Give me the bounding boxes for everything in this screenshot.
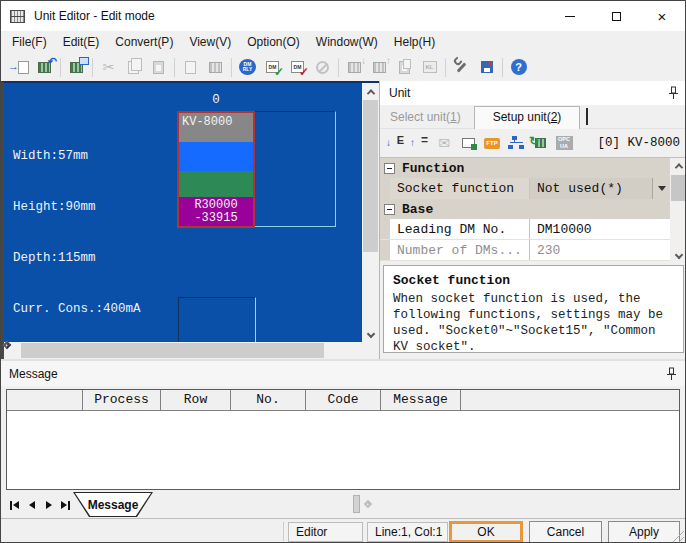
network-setting-button[interactable] [504, 132, 528, 154]
menu-edit[interactable]: Edit(E) [55, 31, 108, 53]
collapse-minus-icon[interactable] [384, 163, 395, 174]
column-message[interactable]: Message [381, 390, 461, 410]
copy-kl-button[interactable] [392, 56, 417, 78]
property-value[interactable]: DM10000 [530, 219, 670, 239]
scroll-up-button[interactable] [670, 158, 686, 173]
alphabetical-view-button[interactable]: ↑ = [408, 132, 432, 154]
edit-comment-button[interactable] [178, 56, 203, 78]
pin-icon[interactable] [666, 367, 677, 381]
import-unit-setting-button[interactable]: → [7, 56, 32, 78]
property-description-box: Socket function When socket function is … [383, 265, 684, 353]
section-function[interactable]: Function [380, 158, 670, 178]
column-no[interactable]: No. [231, 390, 306, 410]
menu-bar: File(F) Edit(E) Convert(P) View(V) Optio… [1, 31, 685, 53]
kl-setting-button[interactable]: KL [417, 56, 442, 78]
column-row[interactable]: Row [161, 390, 231, 410]
menu-view[interactable]: View(V) [181, 31, 239, 53]
tabstrip-scroll-thumb[interactable] [353, 495, 360, 513]
minimize-button[interactable] [547, 1, 593, 31]
display-monitor-button[interactable] [456, 132, 480, 154]
paste-button[interactable] [146, 56, 171, 78]
canvas-horizontal-scrollbar[interactable] [4, 342, 362, 359]
property-row-number-of-dms[interactable]: Number of DMs... 230 [380, 240, 670, 261]
menu-file[interactable]: File(F) [4, 31, 55, 53]
dropdown-button[interactable] [652, 178, 670, 199]
unit-setup-button[interactable] [203, 56, 228, 78]
cancel-button[interactable]: Cancel [529, 521, 602, 543]
maximize-button[interactable] [593, 1, 639, 31]
red-check-icon: ✓ [299, 66, 309, 78]
undo-unit-button[interactable]: ↶ [32, 56, 57, 78]
option-button[interactable] [449, 56, 474, 78]
edit-doc-icon [185, 61, 196, 74]
app-icon [10, 10, 25, 23]
unit-canvas[interactable]: Width:57mm Height:90mm Depth:115mm Curr.… [4, 83, 362, 342]
column-process[interactable]: Process [83, 390, 161, 410]
message-table-body[interactable] [7, 411, 679, 489]
property-row-socket-function[interactable]: Socket function Not used(*) [380, 178, 670, 199]
section-base[interactable]: Base [380, 199, 670, 219]
close-button[interactable]: × [639, 1, 685, 31]
horizontal-scroll-thumb[interactable] [21, 343, 324, 358]
dm-rly-check-button[interactable]: DM ✓ [260, 56, 285, 78]
menu-window[interactable]: Window(W) [308, 31, 386, 53]
mail-icon: ✉ [438, 135, 450, 151]
message-tab[interactable]: Message [73, 492, 153, 517]
opc-ua-button[interactable]: OPC UA [552, 132, 576, 154]
menu-help[interactable]: Help(H) [386, 31, 443, 53]
release-button[interactable] [310, 56, 335, 78]
last-tab-button[interactable] [58, 499, 73, 511]
read-from-unit-button[interactable]: ↓ [342, 56, 367, 78]
property-value[interactable]: Not used(*) [530, 178, 670, 199]
tab-setup-unit[interactable]: Setup unit(2) [474, 106, 580, 129]
menu-convert[interactable]: Convert(P) [107, 31, 181, 53]
mail-setting-button[interactable]: ✉ [432, 132, 456, 154]
help-button[interactable]: ? [506, 56, 531, 78]
copy-setup-to-monitor-button[interactable] [64, 56, 89, 78]
scroll-left-button[interactable] [4, 342, 21, 359]
ok-button[interactable]: OK [449, 521, 523, 543]
unit-sync-button[interactable]: ↻ [528, 132, 552, 154]
next-tab-button[interactable] [41, 499, 56, 511]
dm-rly-conversion-button[interactable]: DM RLY [235, 56, 260, 78]
ftp-setting-button[interactable]: FTP [480, 132, 504, 154]
toolbar-separator [92, 58, 93, 77]
save-unit-setting-button[interactable] [474, 56, 499, 78]
previous-tab-button[interactable] [24, 499, 39, 511]
column-blank[interactable] [7, 390, 83, 410]
canvas-vertical-scrollbar[interactable] [362, 83, 379, 342]
spec-height: Height:90mm [13, 199, 141, 216]
first-tab-button[interactable] [7, 499, 22, 511]
close-icon: × [658, 9, 667, 24]
scroll-up-button[interactable] [362, 83, 379, 100]
pin-icon[interactable] [668, 86, 679, 100]
menu-option[interactable]: Option(O) [239, 31, 308, 53]
monitor-icon [79, 57, 89, 65]
scroll-down-button[interactable] [670, 247, 686, 262]
unit-spec-info: Width:57mm Height:90mm Depth:115mm Curr.… [13, 114, 141, 342]
categorized-view-button[interactable]: ↓ E [384, 132, 408, 154]
tab-select-unit[interactable]: Select unit(1) [390, 105, 461, 129]
cut-button[interactable]: ✂ [96, 56, 121, 78]
green-check-icon: ✓ [274, 66, 284, 78]
grid-vertical-scrollbar[interactable] [670, 158, 686, 262]
copy-button[interactable] [121, 56, 146, 78]
down-arrow-icon: ↓ [361, 56, 366, 66]
toolbar-separator [502, 58, 503, 77]
column-code[interactable]: Code [306, 390, 381, 410]
collapse-minus-icon[interactable] [384, 204, 395, 215]
scroll-right-button[interactable] [345, 342, 362, 359]
unit-block-kv8000[interactable]: KV-8000 R30000 -33915 [177, 111, 255, 228]
vertical-scroll-thumb[interactable] [363, 100, 378, 252]
equals-icon: = [421, 134, 428, 146]
unit-editor-window: Unit Editor - Edit mode × File(F) Edit(E… [0, 0, 686, 543]
apply-button[interactable]: Apply [608, 521, 680, 543]
unit-panel-title: Unit [389, 86, 410, 100]
slot-number: 0 [177, 93, 255, 107]
dm-rly-verify-button[interactable]: DM ✓ [285, 56, 310, 78]
grid-scroll-thumb[interactable] [671, 175, 686, 201]
scroll-down-button[interactable] [362, 325, 379, 342]
property-row-leading-dm[interactable]: Leading DM No. DM10000 [380, 219, 670, 240]
ftp-icon: FTP [484, 138, 500, 149]
write-to-unit-button[interactable]: ↑ [367, 56, 392, 78]
